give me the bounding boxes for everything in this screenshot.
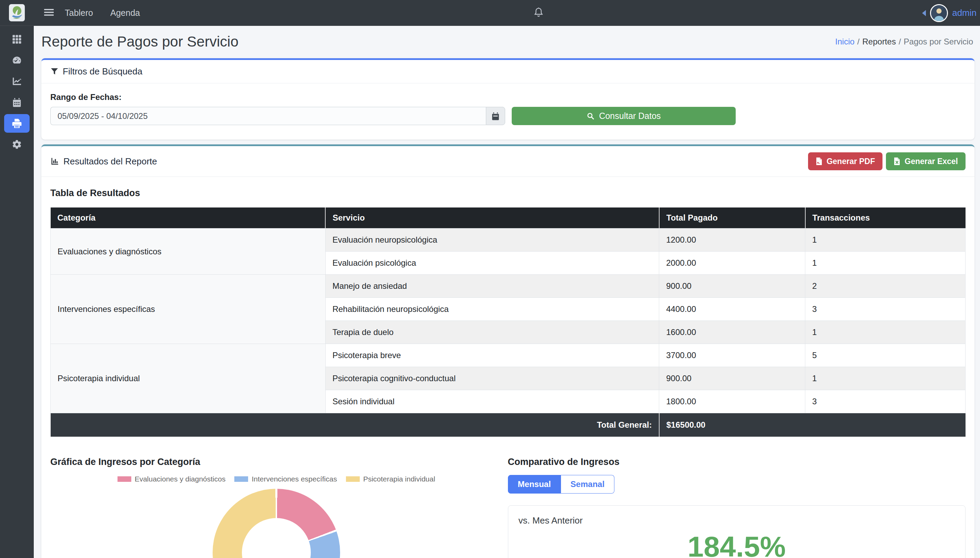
search-icon [587,112,595,120]
legend-item[interactable]: Intervenciones específicas [234,475,337,483]
sidebar-item-settings[interactable] [4,135,29,154]
filter-funnel-icon [50,67,59,76]
table-title: Tabla de Resultados [50,188,965,199]
table-head: CategoríaServicioTotal PagadoTransaccion… [51,207,965,228]
table-body: Evaluaciones y diagnósticosEvaluación ne… [51,228,965,413]
category-cell: Intervenciones específicas [51,275,326,344]
sidebar-item-charts[interactable] [4,72,29,91]
notifications-bell-icon[interactable] [533,7,544,19]
table-row: Evaluaciones y diagnósticosEvaluación ne… [51,228,965,252]
tab-mensual[interactable]: Mensual [508,475,561,494]
service-cell: Sesión individual [325,390,659,413]
table-row: Psicoterapia individualPsicoterapia brev… [51,344,965,367]
username-label: admin [952,8,977,18]
main-content: Reporte de Pagos por Servicio Inicio Rep… [34,26,980,558]
total-cell: 1200.00 [659,228,805,252]
comparison-value: 184.5% [519,530,955,558]
table-foot: Total General: $16500.00 [51,413,965,437]
sidebar-nav [0,28,34,156]
legend-swatch [234,476,248,482]
avatar [930,4,948,22]
column-header: Total Pagado [659,207,805,228]
total-cell: 900.00 [659,367,805,390]
tx-cell: 1 [805,367,965,390]
category-cell: Psicoterapia individual [51,344,326,413]
service-cell: Terapia de duelo [325,321,659,344]
total-cell: 1600.00 [659,321,805,344]
service-cell: Evaluación psicológica [325,252,659,275]
table-footer-row: Total General: $16500.00 [51,413,965,437]
column-header: Categoría [51,207,326,228]
results-card: Resultados del Reporte Generar PDF [41,144,975,558]
comparison-period-label: vs. Mes Anterior [519,515,955,526]
app-logo [9,4,25,21]
date-range-label: Rango de Fechas: [50,92,965,102]
category-cell: Evaluaciones y diagnósticos [51,228,326,275]
calendar-icon [12,97,22,108]
service-cell: Manejo de ansiedad [325,275,659,298]
nav-link-tablero[interactable]: Tablero [59,8,99,18]
column-header: Servicio [325,207,659,228]
total-cell: 900.00 [659,275,805,298]
page-title: Reporte de Pagos por Servicio [41,33,238,50]
pie-chart-title: Gráfica de Ingresos por Categoría [50,457,502,467]
date-range-input[interactable] [50,107,486,125]
total-cell: 2000.00 [659,252,805,275]
legend-label: Psicoterapia individual [363,475,435,483]
breadcrumb: Inicio Reportes Pagos por Servicio [833,37,973,46]
table-header-row: CategoríaServicioTotal PagadoTransaccion… [51,207,965,228]
logo-wave [12,15,22,18]
consultar-datos-button[interactable]: Consultar Datos [512,107,736,125]
breadcrumb-current: Pagos por Servicio [899,37,973,46]
chart-line-icon [11,76,22,87]
results-card-title: Resultados del Reporte [50,156,157,167]
tx-cell: 2 [805,275,965,298]
legend-label: Evaluaciones y diagnósticos [135,475,226,483]
service-cell: Rehabilitación neuropsicológica [325,298,659,321]
comparison-panel: vs. Mes Anterior 184.5% ▲ Respecto al mi… [508,505,965,558]
column-header: Transacciones [805,207,965,228]
breadcrumb-reportes: Reportes [857,37,896,46]
pdf-file-icon [816,157,823,166]
calendar-addon-button[interactable] [486,107,505,125]
sidebar-item-reports[interactable] [4,114,29,133]
legend-label: Intervenciones específicas [252,475,337,483]
bar-chart-icon [50,157,59,166]
generar-pdf-button[interactable]: Generar PDF [808,152,883,170]
tx-cell: 1 [805,252,965,275]
brand-area[interactable] [0,0,34,26]
legend-item[interactable]: Psicoterapia individual [346,475,435,483]
generar-excel-button[interactable]: Generar Excel [886,152,965,170]
total-cell: 4400.00 [659,298,805,321]
comparison-title: Comparativo de Ingresos [508,457,965,467]
service-cell: Psicoterapia cognitivo-conductual [325,367,659,390]
legend-swatch [346,476,360,482]
nav-link-agenda[interactable]: Agenda [104,8,146,18]
user-menu[interactable]: admin [922,0,977,26]
legend-swatch [118,476,131,482]
gauge-icon [11,55,22,66]
tx-cell: 3 [805,298,965,321]
gear-icon [12,139,22,149]
date-range-group [50,107,505,125]
grid-icon [12,34,22,44]
sidebar [0,0,34,558]
excel-file-icon [893,157,900,166]
top-navbar: Tablero Agenda admin [34,0,980,26]
sidebar-item-dashboard[interactable] [4,51,29,70]
hamburger-menu-icon[interactable] [44,8,54,18]
table-row: Intervenciones específicasManejo de ansi… [51,275,965,298]
income-chart-section: Gráfica de Ingresos por Categoría Evalua… [50,457,502,558]
doughnut-chart [213,489,340,558]
legend-item[interactable]: Evaluaciones y diagnósticos [118,475,226,483]
sidebar-item-modules[interactable] [4,30,29,49]
total-cell: 1800.00 [659,390,805,413]
service-cell: Evaluación neuropsicológica [325,228,659,252]
tab-semanal[interactable]: Semanal [561,475,615,494]
logo-leaf [13,6,21,15]
tx-cell: 1 [805,228,965,252]
caret-left-icon [922,10,926,16]
breadcrumb-inicio[interactable]: Inicio [835,37,855,46]
sidebar-item-calendar[interactable] [4,93,29,112]
total-general-value: $16500.00 [659,413,965,437]
